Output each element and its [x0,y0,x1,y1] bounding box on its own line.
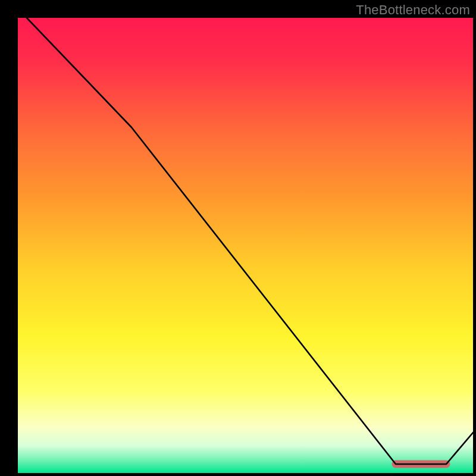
chart-svg [0,0,476,476]
chart-stage: TheBottleneck.com [0,0,476,476]
frame-right [473,0,476,476]
plot-background [18,18,473,473]
frame-left [0,0,18,476]
frame-bottom [0,473,476,476]
attribution-label: TheBottleneck.com [356,2,470,18]
